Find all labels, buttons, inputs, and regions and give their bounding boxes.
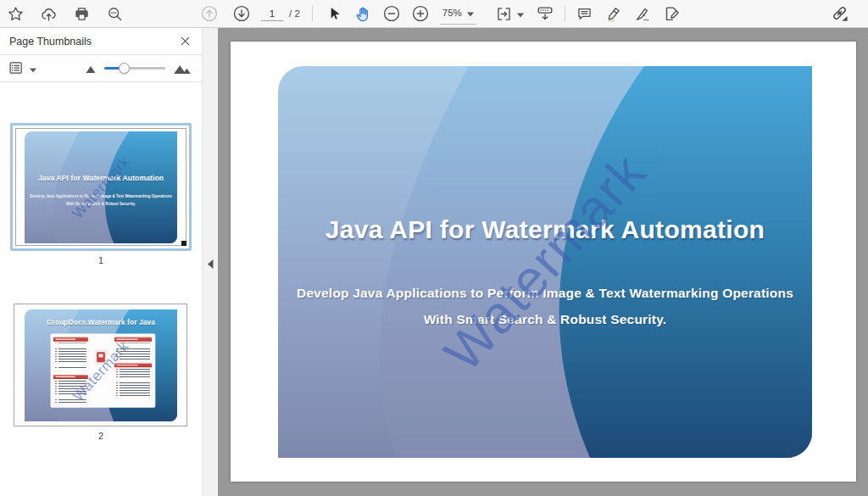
chevron-down-icon <box>467 5 474 20</box>
toolbar-left-group <box>6 0 124 27</box>
star-button[interactable] <box>6 4 25 23</box>
zoom-in-icon <box>411 4 430 23</box>
comment-button[interactable] <box>576 4 594 23</box>
toolbar-divider <box>312 5 313 22</box>
panel-title: Page Thumbnails <box>9 36 92 47</box>
feature-box-header <box>114 363 151 367</box>
zoom-out-button[interactable] <box>382 4 401 23</box>
zoom-in-button[interactable] <box>411 4 430 23</box>
toolbar-center-group: / 2 75% <box>200 0 681 27</box>
page-total-label: / 2 <box>289 8 300 19</box>
sign-button[interactable] <box>633 4 652 23</box>
toolbar-divider <box>565 5 565 22</box>
slide2-title: GroupDocs.Watermark for Java <box>25 318 177 326</box>
print-icon <box>73 5 91 23</box>
fill-sign-icon <box>662 4 681 23</box>
hand-tool-button[interactable] <box>353 4 372 23</box>
toolbar-right-group <box>831 0 849 27</box>
toolbar: / 2 75% <box>0 0 868 28</box>
page-up-button[interactable] <box>200 4 219 23</box>
slide-1: Java API for Watermark Automation Develo… <box>278 66 812 458</box>
thumbnail-zoom-controls <box>85 62 192 75</box>
selection-handle <box>181 241 186 246</box>
fit-width-icon <box>495 5 513 23</box>
chevron-down-icon[interactable] <box>517 6 524 21</box>
share-upload-icon <box>40 5 58 23</box>
thumbnail-page-2-label: 2 <box>0 431 202 441</box>
circle-arrow-up-icon <box>200 4 219 23</box>
fit-width-button[interactable] <box>495 4 514 23</box>
zoom-level-dropdown[interactable]: 75% <box>440 3 476 25</box>
thumbnail-page-1[interactable]: Java API for Watermark Automation Develo… <box>10 123 192 251</box>
feature-box <box>114 363 152 398</box>
thumbnail-list: Java API for Watermark Automation Develo… <box>0 82 202 496</box>
collapse-left-arrow-icon[interactable] <box>207 259 214 270</box>
thumbnail-page-1-paper[interactable]: Java API for Watermark Automation Develo… <box>15 128 186 246</box>
zoom-large-mountains-icon[interactable] <box>173 62 192 75</box>
thumbnail-page-2[interactable]: GroupDocs.Watermark for Java Watermark <box>14 304 187 426</box>
zoom-level-label: 75% <box>442 8 462 18</box>
feature-box-body <box>54 343 86 369</box>
comment-bubble-icon <box>576 5 593 23</box>
page-down-button[interactable] <box>232 4 251 23</box>
chevron-down-icon <box>30 61 36 76</box>
read-mode-button[interactable] <box>536 4 554 23</box>
document-view-area[interactable]: Java API for Watermark Automation Develo… <box>218 28 868 496</box>
thumbnail-options-button[interactable] <box>8 59 36 77</box>
feature-box-body <box>115 368 149 395</box>
feature-box <box>53 337 87 371</box>
panel-collapse-strip[interactable] <box>202 28 218 496</box>
zoom-out-icon <box>382 4 401 23</box>
slide-subtitle-line2: With Smart Search & Robust Security. <box>25 201 177 205</box>
thumbnail-slide-2: GroupDocs.Watermark for Java Watermark <box>25 309 177 421</box>
slider-handle[interactable] <box>119 63 130 74</box>
share-upload-button[interactable] <box>39 4 58 23</box>
close-panel-button[interactable] <box>178 35 192 48</box>
page-thumbnails-panel: Page Thumbnails <box>0 28 202 496</box>
close-icon <box>180 36 191 47</box>
select-tool-button[interactable] <box>325 4 343 23</box>
find-button[interactable] <box>105 4 124 23</box>
thumbnail-size-slider[interactable] <box>104 63 165 74</box>
highlighter-icon <box>604 5 622 23</box>
circle-arrow-down-icon <box>232 4 251 23</box>
mini-slide-2: GroupDocs.Watermark for Java Watermark <box>25 309 177 421</box>
print-button[interactable] <box>72 4 91 23</box>
find-icon <box>106 5 124 23</box>
fill-sign-button[interactable] <box>662 4 681 23</box>
mini-slide-1: Java API for Watermark Automation Develo… <box>25 131 177 243</box>
thumbnail-page-1-label: 1 <box>0 255 202 265</box>
sign-pen-icon <box>633 4 652 23</box>
thumbnail-slide-1: Java API for Watermark Automation Develo… <box>25 131 177 243</box>
share-link-button[interactable] <box>831 4 849 23</box>
read-mode-screen-icon <box>536 4 554 23</box>
highlight-button[interactable] <box>604 4 623 23</box>
pdf-page[interactable]: Java API for Watermark Automation Develo… <box>231 42 856 482</box>
feature-box-header <box>53 337 87 341</box>
thumbnail-options-row <box>0 55 202 82</box>
select-cursor-icon <box>326 5 342 22</box>
thumbnail-options-icon <box>8 59 25 77</box>
share-link-icon <box>831 4 850 24</box>
slide-subtitle-line2: With Smart Search & Robust Security. <box>278 312 812 327</box>
page-number-input[interactable] <box>261 6 283 21</box>
panel-header: Page Thumbnails <box>0 28 202 55</box>
star-icon <box>7 5 25 23</box>
zoom-small-mountain-icon[interactable] <box>85 63 97 75</box>
hand-tool-icon <box>353 5 371 23</box>
